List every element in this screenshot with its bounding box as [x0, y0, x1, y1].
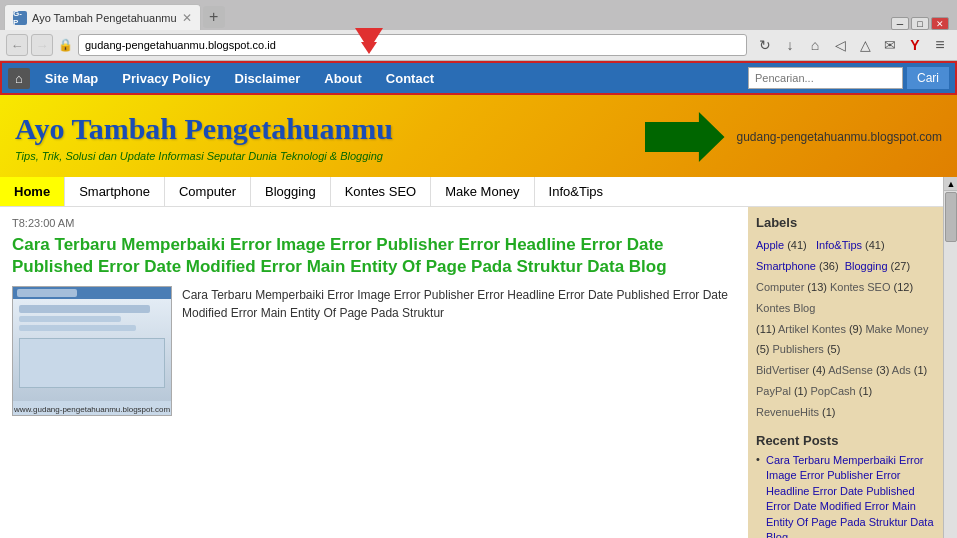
profile-button[interactable]: Y	[904, 34, 926, 56]
share-button[interactable]: △	[854, 34, 876, 56]
scrollbar[interactable]: ▲	[943, 177, 957, 538]
minimize-button[interactable]: ─	[891, 17, 909, 30]
scrollbar-thumb[interactable]	[945, 192, 957, 242]
close-window-button[interactable]: ✕	[931, 17, 949, 30]
label-adsense[interactable]: AdSense	[828, 364, 873, 376]
blog-arrow-icon	[645, 112, 725, 162]
label-ads[interactable]: Ads	[892, 364, 911, 376]
search-input[interactable]	[748, 67, 903, 89]
label-computer[interactable]: Computer	[756, 281, 804, 293]
tab-close-icon[interactable]: ✕	[182, 11, 192, 25]
nav-disclaimer[interactable]: Disclaimer	[223, 65, 313, 92]
post-image: www.gudang-pengetahuanmu.blogspot.com	[12, 286, 172, 416]
downloads-button[interactable]: ↓	[779, 34, 801, 56]
labels-list: Apple (41) Info&Tips (41) Smartphone (36…	[756, 235, 935, 423]
refresh-button[interactable]: ↻	[754, 34, 776, 56]
label-revenuehits[interactable]: RevenueHits	[756, 406, 819, 418]
blog-header: Ayo Tambah Pengetahuanmu Tips, Trik, Sol…	[0, 95, 957, 177]
nav-home-button[interactable]: ⌂	[8, 68, 30, 89]
recent-post-1[interactable]: • Cara Terbaru Memperbaiki Error Image E…	[756, 453, 935, 538]
label-apple[interactable]: Apple	[756, 239, 784, 251]
label-kontes-blog[interactable]: Kontes Blog	[756, 302, 815, 314]
label-artikel-kontes[interactable]: Artikel Kontes	[778, 323, 846, 335]
tab-kontes-seo[interactable]: Kontes SEO	[331, 177, 432, 206]
bookmark-button[interactable]: ◁	[829, 34, 851, 56]
menu-button[interactable]: ≡	[929, 34, 951, 56]
category-tabs: Home Smartphone Computer Blogging Kontes…	[0, 177, 943, 207]
lock-icon: 🔒	[56, 38, 75, 52]
label-blogging[interactable]: Blogging	[845, 260, 888, 272]
label-bidvertiser[interactable]: BidVertiser	[756, 364, 809, 376]
post-title[interactable]: Cara Terbaru Memperbaiki Error Image Err…	[12, 234, 736, 278]
label-make-money[interactable]: Make Money	[865, 323, 928, 335]
new-tab-button[interactable]: +	[203, 6, 225, 28]
nav-sitemap[interactable]: Site Map	[33, 65, 110, 92]
labels-title: Labels	[756, 215, 935, 230]
label-smartphone[interactable]: Smartphone	[756, 260, 816, 272]
maximize-button[interactable]: □	[911, 17, 929, 30]
label-popcash[interactable]: PopCash	[810, 385, 855, 397]
post-excerpt: Cara Terbaru Memperbaiki Error Image Err…	[182, 286, 736, 416]
nav-contact[interactable]: Contact	[374, 65, 446, 92]
address-bar: ← → 🔒 ↻ ↓ ⌂ ◁ △ ✉ Y ≡	[0, 30, 957, 61]
tab-blogging[interactable]: Blogging	[251, 177, 331, 206]
search-button[interactable]: Cari	[907, 67, 949, 89]
recent-posts-section: Recent Posts • Cara Terbaru Memperbaiki …	[756, 433, 935, 538]
tab-home[interactable]: Home	[0, 177, 65, 206]
messages-button[interactable]: ✉	[879, 34, 901, 56]
sidebar: Labels Apple (41) Info&Tips (41) Smartph…	[748, 207, 943, 538]
post-time: T8:23:00 AM	[12, 217, 736, 229]
forward-button[interactable]: →	[31, 34, 53, 56]
tab-favicon: G-P	[13, 11, 27, 25]
blog-url: gudang-pengetahuanmu.blogspot.com	[737, 130, 943, 144]
nav-about[interactable]: About	[312, 65, 374, 92]
address-input[interactable]	[78, 34, 747, 56]
post-image-caption: www.gudang-pengetahuanmu.blogspot.com	[14, 405, 170, 414]
browser-tab[interactable]: G-P Ayo Tambah Pengetahuanmu ✕	[4, 4, 201, 30]
blog-subtitle: Tips, Trik, Solusi dan Update Informasi …	[15, 150, 393, 162]
main-content: T8:23:00 AM Cara Terbaru Memperbaiki Err…	[0, 207, 748, 538]
back-button[interactable]: ←	[6, 34, 28, 56]
labels-section: Labels Apple (41) Info&Tips (41) Smartph…	[756, 215, 935, 423]
site-nav: ⌂ Site Map Privacy Policy Disclaimer Abo…	[0, 61, 957, 95]
scroll-up-arrow[interactable]: ▲	[944, 177, 957, 191]
label-publishers[interactable]: Publishers	[773, 343, 824, 355]
home-nav-button[interactable]: ⌂	[804, 34, 826, 56]
nav-privacy[interactable]: Privacy Policy	[110, 65, 222, 92]
tab-smartphone[interactable]: Smartphone	[65, 177, 165, 206]
label-kontes-seo[interactable]: Kontes SEO	[830, 281, 891, 293]
label-infotips[interactable]: Info&Tips	[816, 239, 862, 251]
tab-title: Ayo Tambah Pengetahuanmu	[32, 12, 177, 24]
recent-posts-title: Recent Posts	[756, 433, 935, 448]
tab-info-tips[interactable]: Info&Tips	[535, 177, 617, 206]
tab-computer[interactable]: Computer	[165, 177, 251, 206]
tab-make-money[interactable]: Make Money	[431, 177, 534, 206]
window-controls: ─ □ ✕	[891, 17, 953, 30]
red-arrow-indicator	[355, 28, 383, 54]
label-paypal[interactable]: PayPal	[756, 385, 791, 397]
blog-title: Ayo Tambah Pengetahuanmu	[15, 112, 393, 146]
